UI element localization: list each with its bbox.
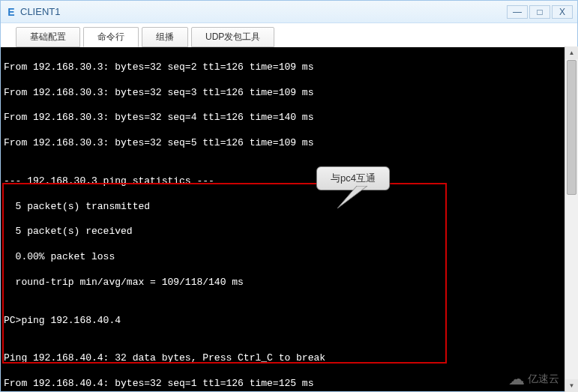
titlebar: E CLIENT1 — □ X <box>1 1 577 23</box>
tab-command-line[interactable]: 命令行 <box>83 27 139 47</box>
term-line: From 192.168.30.3: bytes=32 seq=5 ttl=12… <box>4 137 574 150</box>
tabbar: 基础配置 命令行 组播 UDP发包工具 <box>1 23 577 47</box>
term-line: From 192.168.30.3: bytes=32 seq=2 ttl=12… <box>4 61 574 74</box>
app-icon: E <box>5 6 17 18</box>
maximize-button[interactable]: □ <box>529 5 550 19</box>
term-line: round-trip min/avg/max = 109/118/140 ms <box>4 277 574 289</box>
scroll-up-button[interactable]: ▲ <box>565 46 578 59</box>
annotation-callout: 与pc4互通 <box>316 166 390 190</box>
scroll-thumb[interactable] <box>567 60 577 195</box>
term-line: PC>ping 192.168.40.4 <box>4 315 574 328</box>
term-line: 5 packet(s) received <box>4 226 574 238</box>
term-line: 0.00% packet loss <box>4 251 574 264</box>
window-title: CLIENT1 <box>20 6 507 17</box>
tab-basic-config[interactable]: 基础配置 <box>16 27 80 47</box>
term-line: From 192.168.30.3: bytes=32 seq=4 ttl=12… <box>4 112 574 124</box>
term-line: From 192.168.30.3: bytes=32 seq=3 ttl=12… <box>4 87 574 100</box>
term-line: 5 packet(s) transmitted <box>4 201 574 214</box>
window-controls: — □ X <box>507 5 573 19</box>
close-button[interactable]: X <box>552 5 573 19</box>
tab-multicast[interactable]: 组播 <box>142 27 188 47</box>
term-line: Ping 192.168.40.4: 32 data bytes, Press … <box>4 352 574 365</box>
callout-text: 与pc4互通 <box>331 172 376 184</box>
vertical-scrollbar[interactable]: ▲ ▼ <box>565 46 578 392</box>
scroll-down-button[interactable]: ▼ <box>565 379 578 392</box>
minimize-button[interactable]: — <box>507 5 528 19</box>
term-line: From 192.168.40.4: bytes=32 seq=1 ttl=12… <box>4 378 574 391</box>
app-window: E CLIENT1 — □ X 基础配置 命令行 组播 UDP发包工具 From… <box>0 0 578 392</box>
tab-udp-tool[interactable]: UDP发包工具 <box>191 27 274 47</box>
term-line: --- 192.168.30.3 ping statistics --- <box>4 175 574 188</box>
terminal-output[interactable]: From 192.168.30.3: bytes=32 seq=2 ttl=12… <box>1 47 577 391</box>
